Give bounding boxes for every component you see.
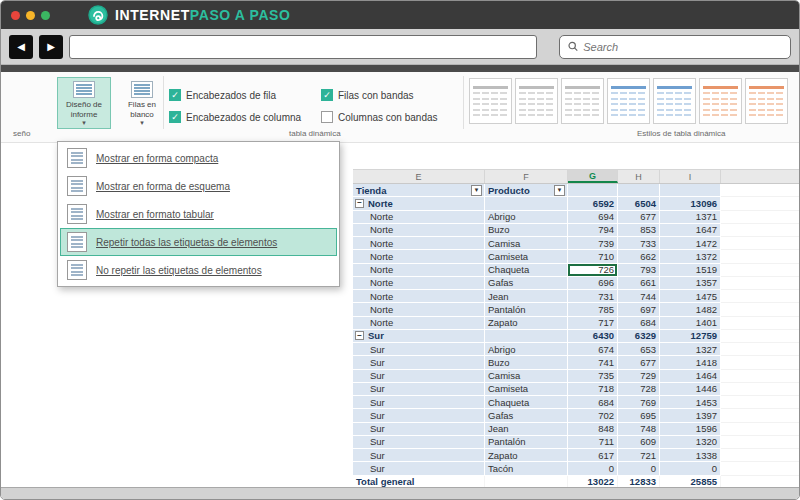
cell-product[interactable]: Zapato (485, 317, 568, 330)
cell-empty[interactable] (721, 277, 800, 290)
cell-value[interactable]: 710 (568, 250, 618, 263)
cell-value[interactable]: 718 (568, 383, 618, 396)
checkbox-checked-icon[interactable]: ✓ (169, 111, 181, 123)
cell-value[interactable]: 729 (618, 370, 660, 383)
cell-value[interactable]: 653 (618, 343, 660, 356)
cell-value[interactable]: 1446 (660, 383, 721, 396)
cell-value[interactable]: 739 (568, 237, 618, 250)
cell-value[interactable]: 711 (568, 436, 618, 449)
cell-value[interactable]: 1320 (660, 436, 721, 449)
cell-value[interactable]: 1475 (660, 290, 721, 303)
url-bar[interactable] (69, 35, 537, 59)
style-option-checkbox[interactable]: Columnas con bandas (321, 111, 473, 123)
blank-rows-button[interactable]: Filas en blanco ▾ (115, 77, 169, 129)
cell-value[interactable]: 731 (568, 290, 618, 303)
cell-region[interactable]: Sur (353, 396, 485, 409)
cell-product[interactable] (485, 197, 568, 210)
cell-empty[interactable] (721, 317, 800, 330)
cell-region[interactable]: Norte (353, 264, 485, 277)
cell-value[interactable]: 1647 (660, 224, 721, 237)
cell-empty[interactable] (721, 449, 800, 462)
cell-empty[interactable] (721, 303, 800, 316)
header-cell-producto[interactable]: Producto▼ (485, 184, 568, 197)
cell-empty[interactable] (721, 383, 800, 396)
menu-item[interactable]: Mostrar en forma de esquema (60, 172, 337, 200)
minimize-button[interactable] (26, 11, 35, 20)
cell-value[interactable]: 1401 (660, 317, 721, 330)
table-style-thumbnail[interactable] (699, 78, 742, 124)
cell-product[interactable]: Tacón (485, 462, 568, 475)
cell-value[interactable]: 721 (618, 449, 660, 462)
cell-value[interactable]: 12759 (660, 330, 721, 343)
cell-region[interactable]: −Norte (353, 197, 485, 210)
forward-button[interactable]: ▶ (39, 35, 63, 59)
cell-value[interactable]: 1372 (660, 250, 721, 263)
cell-empty[interactable] (721, 290, 800, 303)
cell-product[interactable]: Pantalón (485, 303, 568, 316)
cell[interactable] (618, 184, 660, 197)
table-style-thumbnail[interactable] (745, 78, 788, 124)
cell-region[interactable]: Sur (353, 423, 485, 436)
cell-value[interactable]: 748 (618, 423, 660, 436)
cell-value[interactable]: 728 (618, 383, 660, 396)
collapse-toggle[interactable]: − (355, 331, 364, 340)
cell-value[interactable]: 1482 (660, 303, 721, 316)
tienda-filter-dropdown-icon[interactable]: ▼ (471, 185, 482, 196)
cell-value[interactable]: 6592 (568, 197, 618, 210)
cell-value[interactable]: 1327 (660, 343, 721, 356)
producto-filter-dropdown-icon[interactable]: ▼ (554, 185, 565, 196)
cell-product[interactable]: Jean (485, 423, 568, 436)
checkbox-unchecked-icon[interactable] (321, 111, 333, 123)
checkbox-checked-icon[interactable]: ✓ (321, 89, 333, 101)
cell-value[interactable]: 684 (568, 396, 618, 409)
cell-region[interactable]: Norte (353, 290, 485, 303)
cell-value[interactable]: 0 (568, 462, 618, 475)
cell-value[interactable]: 785 (568, 303, 618, 316)
cell-product[interactable] (485, 330, 568, 343)
cell-product[interactable]: Gafas (485, 409, 568, 422)
cell-value[interactable]: 674 (568, 343, 618, 356)
cell-empty[interactable] (721, 184, 800, 197)
cell-value[interactable]: 702 (568, 409, 618, 422)
cell-value[interactable]: 677 (618, 356, 660, 369)
cell-empty[interactable] (721, 237, 800, 250)
cell-empty[interactable] (721, 462, 800, 475)
cell-value[interactable]: 735 (568, 370, 618, 383)
cell-region[interactable]: Sur (353, 370, 485, 383)
cell-region[interactable]: Norte (353, 237, 485, 250)
cell-region[interactable]: Sur (353, 449, 485, 462)
cell[interactable] (660, 184, 721, 197)
cell-product[interactable]: Buzo (485, 224, 568, 237)
search-box[interactable] (559, 35, 791, 59)
cell-value[interactable]: 848 (568, 423, 618, 436)
cell-value[interactable]: 6430 (568, 330, 618, 343)
style-option-checkbox[interactable]: ✓Encabezados de fila (169, 89, 321, 101)
header-cell-tienda[interactable]: Tienda▼ (353, 184, 485, 197)
cell-value[interactable]: 696 (568, 277, 618, 290)
cell-value[interactable]: 0 (660, 462, 721, 475)
cell-region[interactable]: Norte (353, 317, 485, 330)
cell-value[interactable]: 6329 (618, 330, 660, 343)
report-layout-button[interactable]: Diseño de informe ▾ (57, 77, 111, 129)
cell-empty[interactable] (721, 409, 800, 422)
menu-item[interactable]: No repetir las etiquetas de elementos (60, 256, 337, 284)
cell-region[interactable]: Sur (353, 462, 485, 475)
cell-value[interactable]: 1338 (660, 449, 721, 462)
cell-empty[interactable] (721, 224, 800, 237)
cell-product[interactable]: Jean (485, 290, 568, 303)
cell-empty[interactable] (721, 436, 800, 449)
cell-product[interactable]: Abrigo (485, 211, 568, 224)
cell-product[interactable]: Pantalón (485, 436, 568, 449)
style-option-checkbox[interactable]: ✓Encabezados de columna (169, 111, 321, 123)
maximize-button[interactable] (41, 11, 50, 20)
cell-product[interactable]: Camisa (485, 237, 568, 250)
cell-region[interactable]: Norte (353, 250, 485, 263)
cell-value[interactable]: 1453 (660, 396, 721, 409)
cell-value[interactable]: 793 (618, 264, 660, 277)
cell-value[interactable]: 661 (618, 277, 660, 290)
cell-region[interactable]: −Sur (353, 330, 485, 343)
cell-region[interactable]: Norte (353, 277, 485, 290)
column-header-E[interactable]: E (353, 170, 485, 183)
close-button[interactable] (11, 11, 20, 20)
back-button[interactable]: ◀ (9, 35, 33, 59)
